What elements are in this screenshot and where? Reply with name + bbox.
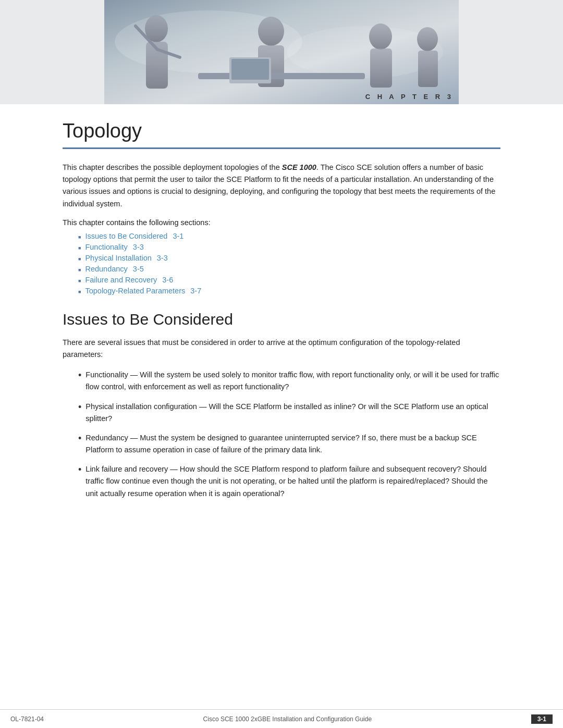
toc-link-4[interactable]: Redundancy	[85, 265, 127, 273]
toc-item-3[interactable]: Physical Installation 3-3	[78, 254, 500, 262]
header-image: C H A P T E R 3	[0, 0, 563, 104]
toc-item-1[interactable]: Issues to Be Considered 3-1	[78, 232, 500, 240]
bullet-item-2: Physical installation configuration — Wi…	[78, 401, 500, 425]
toc-link-3[interactable]: Physical Installation	[85, 254, 151, 262]
bullet-text-3: Redundancy — Must the system be designed…	[85, 432, 500, 456]
toc-link-5[interactable]: Failure and Recovery	[85, 276, 157, 284]
section2-intro: There are several issues that must be co…	[63, 337, 500, 361]
bullet-list: Functionality — Will the system be used …	[78, 369, 500, 500]
svg-rect-15	[231, 59, 269, 80]
toc-page-4: 3-5	[133, 265, 144, 273]
svg-text:C H A P T E R   3: C H A P T E R 3	[365, 93, 454, 101]
toc-link-6[interactable]: Topology-Related Parameters	[85, 287, 185, 295]
page-footer: OL-7821-04 Cisco SCE 1000 2xGBE Installa…	[0, 709, 563, 728]
footer-left: OL-7821-04	[10, 715, 44, 723]
svg-rect-11	[370, 48, 392, 88]
page-title: Topology	[63, 120, 500, 142]
section2-title: Issues to Be Considered	[63, 311, 500, 328]
toc-page-6: 3-7	[190, 287, 201, 295]
toc-item-4[interactable]: Redundancy 3-5	[78, 265, 500, 273]
toc-page-1: 3-1	[173, 232, 183, 240]
intro-text-1: This chapter describes the possible depl…	[63, 163, 282, 171]
svg-point-10	[369, 23, 392, 50]
bullet-item-3: Redundancy — Must the system be designed…	[78, 432, 500, 456]
toc-item-6[interactable]: Topology-Related Parameters 3-7	[78, 287, 500, 295]
title-rule	[63, 147, 500, 149]
intro-paragraph: This chapter describes the possible depl…	[63, 162, 500, 210]
toc-list: Issues to Be Considered 3-1 Functionalit…	[78, 232, 500, 295]
sections-intro: This chapter contains the following sect…	[63, 218, 500, 227]
toc-item-5[interactable]: Failure and Recovery 3-6	[78, 276, 500, 284]
page-content: Topology This chapter describes the poss…	[0, 104, 563, 538]
toc-item-2[interactable]: Functionality 3-3	[78, 243, 500, 251]
toc-link-2[interactable]: Functionality	[85, 243, 127, 251]
toc-page-2: 3-3	[133, 243, 144, 251]
toc-link-1[interactable]: Issues to Be Considered	[85, 232, 167, 240]
bullet-text-4: Link failure and recovery — How should t…	[85, 463, 500, 500]
toc-page-3: 3-3	[157, 254, 168, 262]
toc-page-5: 3-6	[162, 276, 173, 284]
footer-center: Cisco SCE 1000 2xGBE Installation and Co…	[44, 715, 531, 723]
svg-point-7	[258, 17, 284, 46]
bullet-text-2: Physical installation configuration — Wi…	[85, 401, 500, 425]
product-name: SCE 1000	[282, 163, 316, 171]
bullet-text-1: Functionality — Will the system be used …	[85, 369, 500, 393]
svg-rect-9	[198, 73, 365, 79]
footer-right: 3-1	[531, 714, 553, 724]
bullet-item-4: Link failure and recovery — How should t…	[78, 463, 500, 500]
svg-point-12	[417, 27, 438, 51]
svg-rect-13	[418, 51, 438, 87]
bullet-item-1: Functionality — Will the system be used …	[78, 369, 500, 393]
